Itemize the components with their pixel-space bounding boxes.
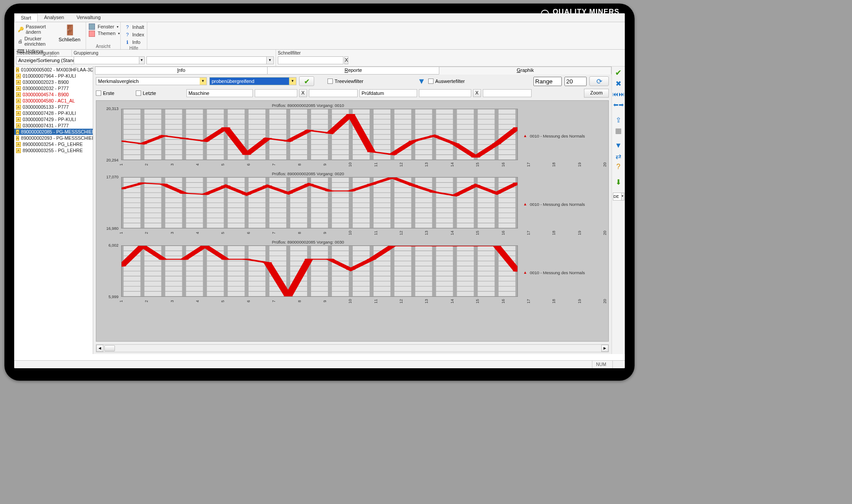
- folder-a-icon: A: [16, 130, 19, 134]
- tree-item[interactable]: A010000005002 - MX003HFLAA-3D: [14, 67, 93, 73]
- dd-merkmal[interactable]: [96, 77, 200, 85]
- tree-item[interactable]: A010000007964 - PP-KULI: [14, 73, 93, 79]
- tree-item[interactable]: A890000002085 - PG-MESSSCHIEBER: [14, 129, 93, 135]
- svg-point-89: [242, 194, 251, 195]
- chk-letzte[interactable]: Letzte: [136, 91, 156, 96]
- btn-schliessen[interactable]: 🚪 Schließen: [56, 24, 83, 43]
- tab-start[interactable]: Start: [14, 13, 38, 22]
- svg-point-150: [450, 246, 459, 246]
- btn-layout[interactable]: ▦: [613, 126, 624, 135]
- btn-export[interactable]: ⇪: [613, 115, 624, 124]
- btn-pruefdatum-clear[interactable]: X: [473, 89, 481, 97]
- folder-a-icon: A: [16, 136, 19, 141]
- svg-point-46: [409, 141, 418, 142]
- btn-fenster[interactable]: Fenster▾: [97, 24, 121, 30]
- tree-item[interactable]: A890000003254 - PG_LEHRE: [14, 141, 93, 147]
- key-icon: 🔑: [18, 26, 24, 32]
- dd-grupp-1[interactable]: [74, 56, 139, 64]
- tab-analysen[interactable]: Analysen: [38, 13, 70, 22]
- viewtab-graphik[interactable]: Graphik: [439, 67, 611, 75]
- svg-point-93: [325, 190, 335, 192]
- scroll-thumb[interactable]: [104, 345, 115, 351]
- btn-apply[interactable]: ✔: [299, 76, 314, 86]
- btn-help[interactable]: ?: [613, 162, 624, 171]
- svg-point-85: [158, 184, 168, 185]
- tree-item[interactable]: A030000005133 - P777: [14, 104, 93, 110]
- btn-drucker-einrichten[interactable]: 🖨Drucker einrichten: [17, 35, 54, 47]
- chk-treeviewfilter[interactable]: Treeviewfilter: [327, 79, 363, 84]
- btn-themen[interactable]: Themen▾: [97, 30, 121, 36]
- input-pruefdatum-val[interactable]: [419, 89, 471, 97]
- scroll-left-btn[interactable]: ◄: [96, 345, 103, 352]
- tree-view[interactable]: A010000005002 - MX003HFLAA-3DA0100000079…: [14, 67, 93, 354]
- scroll-right-btn[interactable]: ►: [601, 345, 608, 352]
- btn-prev-next[interactable]: ⬅➡: [613, 100, 624, 109]
- chart-legend: ▲0010 - Messung des Normals: [520, 239, 607, 306]
- btn-passwort-aendern[interactable]: 🔑Passwort ändern: [17, 24, 54, 35]
- btn-info[interactable]: ℹInfo: [123, 39, 145, 46]
- btn-inhalt[interactable]: ?Inhalt: [123, 24, 145, 31]
- viewtab-reporte[interactable]: Reporte: [267, 67, 440, 75]
- svg-point-36: [200, 141, 209, 142]
- tree-item[interactable]: A030000007429 - PP-KULI: [14, 116, 93, 122]
- tree-item[interactable]: A030000002023 - B900: [14, 79, 93, 85]
- dd-language[interactable]: [613, 193, 622, 201]
- tree-item[interactable]: A890000002093 - PG-MESSSCHIEBER: [14, 135, 93, 141]
- dd-grupp-1-btn[interactable]: ▾: [139, 56, 145, 64]
- folder-a-icon: A: [16, 148, 21, 153]
- input-maschine-val2[interactable]: [309, 89, 358, 97]
- dd-grupp-2-btn[interactable]: ▾: [267, 56, 274, 64]
- folder-a-icon: A: [16, 111, 21, 116]
- btn-filter[interactable]: ▼: [613, 141, 624, 150]
- input-schnellfilter[interactable]: [278, 56, 343, 64]
- input-pruefdatum-label[interactable]: [359, 89, 417, 97]
- horizontal-scrollbar[interactable]: ◄ ►: [96, 344, 609, 352]
- btn-zoom[interactable]: Zoom: [584, 89, 609, 98]
- btn-index[interactable]: ?Index: [123, 31, 145, 38]
- btn-schnellfilter-clear[interactable]: X: [344, 56, 348, 64]
- tree-item[interactable]: A030000004574 - B900: [14, 91, 93, 98]
- input-maschine-label[interactable]: [186, 89, 253, 97]
- chart-title: Prüflos: 890000002085 Vorgang: 0020: [98, 171, 518, 176]
- svg-point-143: [304, 259, 314, 260]
- input-range-label[interactable]: [533, 77, 562, 86]
- svg-point-50: [492, 143, 501, 145]
- chart-area: Prüflos: 890000002085 Vorgang: 001020,31…: [96, 100, 609, 342]
- folder-a-icon: A: [16, 105, 21, 110]
- theme-icon: [89, 31, 95, 37]
- input-range-value[interactable]: [564, 77, 587, 86]
- dd-grupp-2[interactable]: [146, 56, 267, 64]
- svg-point-92: [304, 184, 314, 185]
- tree-item[interactable]: A030000007428 - PP-KULI: [14, 110, 93, 116]
- funnel-icon[interactable]: ▼: [418, 77, 426, 86]
- chart-1: Prüflos: 890000002085 Vorgang: 002017,07…: [98, 171, 607, 237]
- viewtab-info[interactable]: IInfonfo: [95, 67, 268, 75]
- input-pruefdatum-val2[interactable]: [483, 89, 532, 97]
- tab-verwaltung[interactable]: Verwaltung: [71, 13, 107, 22]
- btn-maschine-clear[interactable]: X: [299, 89, 307, 97]
- chk-auswertefilter[interactable]: Auswertefilter: [428, 79, 465, 84]
- help-icon: ?: [124, 24, 130, 30]
- dd-merkmal-btn[interactable]: ▾: [200, 77, 207, 85]
- btn-first-last[interactable]: ⏮⏭: [613, 90, 624, 98]
- tree-item[interactable]: A890000003255 - PG_LEHRE: [14, 147, 93, 154]
- dd-language-btn[interactable]: ▾: [622, 193, 624, 201]
- svg-point-144: [325, 259, 335, 260]
- svg-point-37: [221, 127, 230, 129]
- dd-proben-btn[interactable]: ▾: [289, 77, 296, 85]
- input-maschine-val[interactable]: [255, 89, 297, 97]
- tree-item[interactable]: A030000002032 - P777: [14, 85, 93, 91]
- tree-item[interactable]: A030000004580 - AC1_AL: [14, 98, 93, 104]
- btn-ok[interactable]: ✔: [613, 68, 624, 77]
- chk-erste[interactable]: Erste: [96, 91, 114, 96]
- svg-point-39: [263, 138, 272, 139]
- btn-cancel[interactable]: ✖: [613, 79, 624, 88]
- btn-compare[interactable]: ⇄: [613, 152, 624, 161]
- btn-download[interactable]: ⬇: [613, 177, 624, 186]
- folder-a-icon: A: [16, 80, 21, 85]
- btn-refresh[interactable]: ⟳: [589, 76, 609, 86]
- svg-point-94: [346, 190, 355, 192]
- tree-item[interactable]: A030000007431 - P777: [14, 122, 93, 129]
- folder-a-icon: A: [16, 117, 21, 122]
- dd-proben[interactable]: [209, 77, 289, 85]
